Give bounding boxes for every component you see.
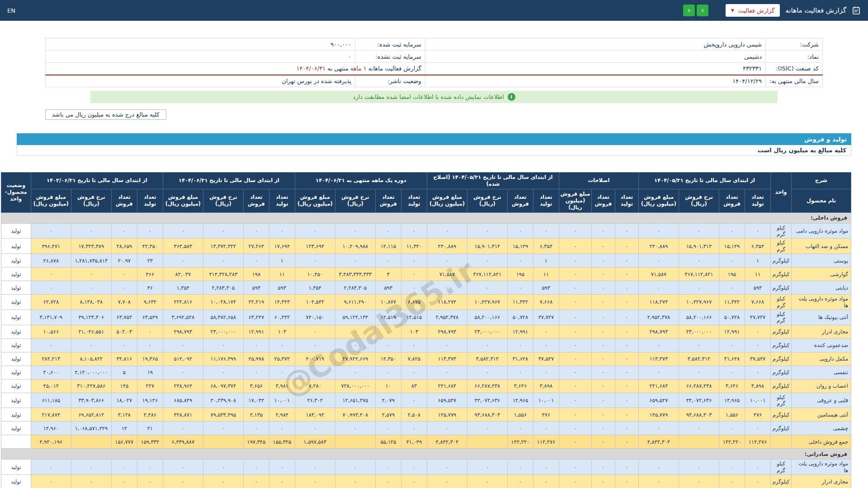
table-cell: ۰ xyxy=(615,352,638,366)
language-toggle[interactable]: EN xyxy=(7,7,15,14)
table-cell: ۷,۸۲۵ xyxy=(401,352,427,366)
table-cell: ۱۱۸,۲۷۴ xyxy=(427,295,467,310)
table-cell: ۰ xyxy=(507,254,533,267)
table-cell: ۰ xyxy=(719,475,745,488)
table-cell: ۱۴,۹۶۰ xyxy=(31,422,71,435)
table-cell: ۰ xyxy=(335,460,375,475)
table-cell: ۱۱۴,۲۷۶ xyxy=(533,435,559,449)
table-row: دیابتیکیلوگرم۵۹۳۰۰۰۰۰۰۵۹۳۰۰۰۰۵۹۳۲,۲۸۳,۳۰… xyxy=(1,281,851,295)
table-cell: ۱۳,۳۷۲,۳۲۲ xyxy=(203,239,243,254)
table-cell: ۰ xyxy=(719,254,745,267)
table-cell: ۰ xyxy=(615,475,638,488)
table-cell: ۰ xyxy=(163,460,203,475)
table-cell: ۱۰۳ xyxy=(269,325,295,338)
table-cell: ۰ xyxy=(615,338,638,352)
table-cell: ۲۱ xyxy=(137,422,163,435)
table-cell: ۷۱,۵۸۷ xyxy=(638,267,679,281)
table-cell: ۱۹۸ xyxy=(243,267,269,281)
table-cell: ۲۳ xyxy=(137,254,163,267)
table-cell: ۳,۶۵۶ xyxy=(243,379,269,393)
table-cell: ۲۴۰,۸۸۹ xyxy=(638,239,679,254)
fiscal-year-label: سال مالی منتهی به: xyxy=(765,75,822,87)
prev-report-button[interactable]: ‹ xyxy=(683,5,695,16)
column-header: تعداد تولید xyxy=(137,189,163,212)
report-period-cell: گزارش فعالیت ماهانه ۱ ماهه منتهی به ۱۴۰۴… xyxy=(46,63,425,75)
group-header: از ابتدای سال مالی تا تاریخ ۱۴۰۳/۰۶/۳۱ xyxy=(31,173,163,189)
table-cell: ۱۱,۱۷۶,۳۹۹ xyxy=(203,352,243,366)
table-row: مواد موثره دارویی دامیکیلو گرم۰۰۰۰۰۰۰۰۰۰… xyxy=(1,223,851,239)
table-cell: ۰ xyxy=(71,223,111,239)
table-cell: ۱۷,۰۴۴ xyxy=(243,393,269,408)
table-cell: ۳,۴۸۳,۳۳۳,۳۳۳ xyxy=(335,267,375,281)
product-status-cell: تولید xyxy=(1,281,31,295)
table-cell: ۰ xyxy=(335,422,375,435)
product-unit-cell: کیلو گرم xyxy=(771,239,792,254)
table-cell: ۰ xyxy=(559,310,591,325)
column-header: تعداد تولید xyxy=(533,189,559,212)
section-title: فروش داخلی: xyxy=(1,212,851,223)
table-cell: ۰ xyxy=(375,366,401,379)
section-header: تولید و فروش xyxy=(17,133,851,145)
product-status-cell: تولید xyxy=(1,460,31,475)
table-cell: ۰ xyxy=(427,338,467,352)
product-unit-cell: کیلوگرم xyxy=(771,352,792,366)
production-sales-area: شرحواحداز ابتدای سال مالی تا تاریخ ۱۴۰۴/… xyxy=(17,172,851,488)
table-cell: ۷,۷۰۸ xyxy=(111,295,137,310)
table-cell: ۰ xyxy=(401,422,427,435)
table-cell: ۰ xyxy=(615,422,638,435)
column-header: مبلغ فروش (میلیون ریال) xyxy=(559,189,591,212)
table-cell: ۲۶,۸۷۸ xyxy=(31,254,71,267)
table-cell: ۶,۳۵۴ xyxy=(533,239,559,254)
table-cell: ۰ xyxy=(638,254,679,267)
next-report-button[interactable]: › xyxy=(697,5,708,16)
table-row: گوارشیکیلوگرم۱۱۱۹۵۳۶۷,۱۱۲,۸۲۱۷۱,۵۸۷۰۰۰۱۱… xyxy=(1,267,851,281)
table-cell: ۳۱۰,۴۲۷,۵۸۶ xyxy=(71,379,111,393)
product-status-cell: تولید xyxy=(1,408,31,422)
table-row: جمع فروش داخلی۱۱۴,۲۷۶۱۴۲,۲۲۰۴,۸۴۲,۳۰۴۰۰۰… xyxy=(1,435,851,449)
table-cell: ۰ xyxy=(427,254,467,267)
fiscal-year-value: ۱۴۰۴/۱۲/۲۹ xyxy=(425,75,765,87)
table-cell: ۵۱۴,۰۹۲ xyxy=(163,352,203,366)
table-cell: ۷,۶۶۸ xyxy=(745,295,771,310)
table-cell: ۰ xyxy=(559,352,591,366)
column-header-status: وضعیت محصول-واحد xyxy=(1,173,31,213)
product-status-cell: تولید xyxy=(1,338,31,352)
table-cell: ۱,۰۶۸,۵۷۱,۴۲۹ xyxy=(71,422,111,435)
table-cell: ۰ xyxy=(559,393,591,408)
symbol-value: دشیمی xyxy=(425,51,765,63)
table-cell: ۳,۱۳۱,۷۰۹ xyxy=(31,310,71,325)
table-cell: ۴۹,۱۲۳,۳۰۶ xyxy=(71,310,111,325)
product-unit-cell: کیلوگرم xyxy=(771,281,792,295)
table-cell: ۱۵۶,۷۷۷ xyxy=(111,435,137,449)
table-cell: ۰ xyxy=(507,460,533,475)
table-cell: ۰ xyxy=(31,223,71,239)
product-name-cell: قلبی و عروقی xyxy=(792,393,851,408)
table-cell: ۳,۸۹۸ xyxy=(533,379,559,393)
table-cell: ۰ xyxy=(507,281,533,295)
table-cell: ۳,۵۸۲,۳۱۲ xyxy=(467,352,507,366)
table-row: پوستیکیلوگرم۱۰۰۰۰۰۰۱۰۰۰۰۰۰۰۱۰۰۰۲۳۲۰.۹۷۱,… xyxy=(1,254,851,267)
product-name-cell: چشمی xyxy=(792,422,851,435)
product-unit-cell: کیلو گرم xyxy=(771,223,792,239)
table-cell: ۰ xyxy=(638,422,679,435)
table-cell: ۰ xyxy=(615,460,638,475)
table-cell: ۰ xyxy=(467,223,507,239)
table-cell: ۱۱ xyxy=(745,267,771,281)
issuer-status-value: پذیرفته شده در بورس تهران xyxy=(46,75,355,87)
table-cell: ۰ xyxy=(507,475,533,488)
table-cell: ۰ xyxy=(719,281,745,295)
capital-registered-label: سرمایه ثبت شده: xyxy=(355,38,425,51)
table-cell: ۸۲,۰۳۷ xyxy=(163,267,203,281)
table-cell: ۰ xyxy=(295,325,335,338)
table-cell: ۳۳,۹۰۳,۸۶۶ xyxy=(71,393,111,408)
table-cell: ۰ xyxy=(679,366,719,379)
table-row: مجاری ادرارکیلوگرم۰۰۰۰۰۰۰۰۰۰۰۰۰۰۰۰۰۰۰۰۰۰… xyxy=(1,475,851,488)
table-cell: ۱۸,۰۲۷ xyxy=(111,393,137,408)
table-cell: ۰ xyxy=(615,408,638,422)
table-cell: ۵۸,۲۰۰,۱۶۶ xyxy=(679,310,719,325)
report-type-dropdown[interactable]: گزارش فعالیت ▼ xyxy=(726,4,780,17)
table-cell: ۰ xyxy=(507,223,533,239)
table-cell: ۴,۹۲۰,۱۹۶ xyxy=(31,435,71,449)
table-cell: ۱۷,۳۲۳,۳۸۹ xyxy=(71,239,111,254)
table-cell: ۰ xyxy=(163,422,203,435)
